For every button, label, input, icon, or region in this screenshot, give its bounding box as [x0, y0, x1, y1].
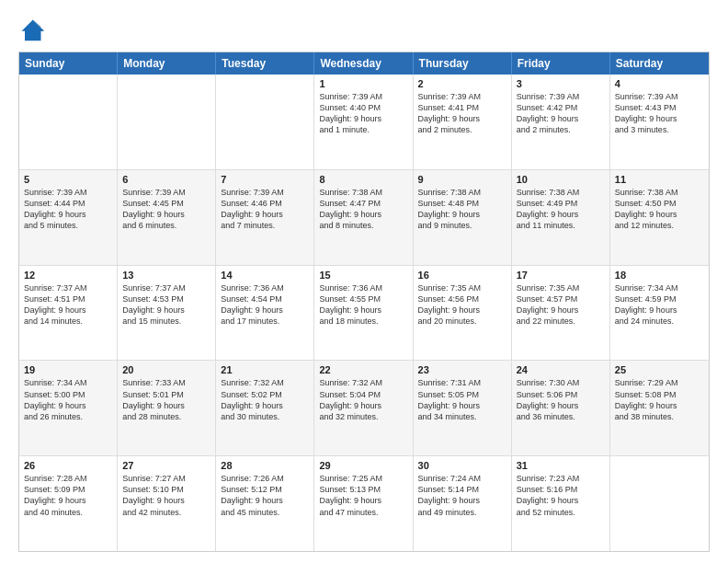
day-info: Sunrise: 7:24 AM Sunset: 5:14 PM Dayligh… — [418, 473, 506, 518]
calendar-cell: 31Sunrise: 7:23 AM Sunset: 5:16 PM Dayli… — [512, 456, 610, 551]
day-info: Sunrise: 7:36 AM Sunset: 4:54 PM Dayligh… — [221, 282, 309, 327]
calendar-cell — [216, 75, 314, 169]
day-info: Sunrise: 7:32 AM Sunset: 5:04 PM Dayligh… — [319, 377, 407, 422]
day-info: Sunrise: 7:32 AM Sunset: 5:02 PM Dayligh… — [221, 377, 309, 422]
calendar-cell: 20Sunrise: 7:33 AM Sunset: 5:01 PM Dayli… — [118, 361, 216, 455]
day-number: 1 — [319, 78, 407, 89]
day-number: 10 — [517, 174, 605, 185]
calendar-header: SundayMondayTuesdayWednesdayThursdayFrid… — [19, 52, 709, 75]
day-number: 6 — [122, 174, 210, 185]
day-number: 31 — [517, 460, 605, 471]
day-number: 9 — [418, 174, 506, 185]
day-number: 12 — [24, 270, 112, 281]
day-info: Sunrise: 7:26 AM Sunset: 5:12 PM Dayligh… — [221, 473, 309, 518]
calendar-cell: 19Sunrise: 7:34 AM Sunset: 5:00 PM Dayli… — [19, 361, 118, 455]
day-number: 11 — [615, 174, 704, 185]
calendar-cell: 13Sunrise: 7:37 AM Sunset: 4:53 PM Dayli… — [118, 266, 216, 361]
day-number: 5 — [24, 174, 112, 185]
calendar-cell: 12Sunrise: 7:37 AM Sunset: 4:51 PM Dayli… — [19, 266, 118, 361]
header-cell-saturday: Saturday — [610, 52, 709, 75]
day-number: 27 — [122, 460, 210, 471]
day-number: 4 — [615, 78, 704, 89]
day-number: 17 — [517, 270, 605, 281]
header-cell-friday: Friday — [512, 52, 610, 75]
calendar-cell: 26Sunrise: 7:28 AM Sunset: 5:09 PM Dayli… — [19, 456, 118, 551]
calendar-cell — [610, 456, 709, 551]
calendar-cell: 1Sunrise: 7:39 AM Sunset: 4:40 PM Daylig… — [314, 75, 413, 169]
calendar-cell: 25Sunrise: 7:29 AM Sunset: 5:08 PM Dayli… — [610, 361, 709, 455]
header-cell-sunday: Sunday — [19, 52, 118, 75]
day-number: 18 — [615, 270, 704, 281]
day-number: 28 — [221, 460, 309, 471]
day-number: 15 — [319, 270, 407, 281]
day-info: Sunrise: 7:38 AM Sunset: 4:48 PM Dayligh… — [418, 187, 506, 232]
day-number: 19 — [24, 364, 112, 375]
day-info: Sunrise: 7:38 AM Sunset: 4:49 PM Dayligh… — [517, 187, 605, 232]
calendar-cell: 30Sunrise: 7:24 AM Sunset: 5:14 PM Dayli… — [414, 456, 512, 551]
calendar-cell: 22Sunrise: 7:32 AM Sunset: 5:04 PM Dayli… — [314, 361, 413, 455]
calendar-cell: 27Sunrise: 7:27 AM Sunset: 5:10 PM Dayli… — [118, 456, 216, 551]
calendar-cell: 16Sunrise: 7:35 AM Sunset: 4:56 PM Dayli… — [414, 266, 512, 361]
day-info: Sunrise: 7:37 AM Sunset: 4:53 PM Dayligh… — [122, 282, 210, 327]
calendar-cell: 3Sunrise: 7:39 AM Sunset: 4:42 PM Daylig… — [512, 75, 610, 169]
calendar-cell: 6Sunrise: 7:39 AM Sunset: 4:45 PM Daylig… — [118, 170, 216, 265]
calendar-cell: 28Sunrise: 7:26 AM Sunset: 5:12 PM Dayli… — [216, 456, 314, 551]
calendar-row: 26Sunrise: 7:28 AM Sunset: 5:09 PM Dayli… — [19, 455, 709, 551]
day-number: 30 — [418, 460, 506, 471]
calendar-cell: 29Sunrise: 7:25 AM Sunset: 5:13 PM Dayli… — [314, 456, 413, 551]
calendar-body: 1Sunrise: 7:39 AM Sunset: 4:40 PM Daylig… — [19, 75, 709, 551]
day-info: Sunrise: 7:27 AM Sunset: 5:10 PM Dayligh… — [122, 473, 210, 518]
day-info: Sunrise: 7:25 AM Sunset: 5:13 PM Dayligh… — [319, 473, 407, 518]
day-number: 26 — [24, 460, 112, 471]
calendar-row: 19Sunrise: 7:34 AM Sunset: 5:00 PM Dayli… — [19, 360, 709, 455]
day-info: Sunrise: 7:35 AM Sunset: 4:56 PM Dayligh… — [418, 282, 506, 327]
svg-marker-0 — [22, 20, 45, 41]
calendar-cell: 17Sunrise: 7:35 AM Sunset: 4:57 PM Dayli… — [512, 266, 610, 361]
day-info: Sunrise: 7:34 AM Sunset: 5:00 PM Dayligh… — [24, 377, 112, 422]
header-cell-thursday: Thursday — [414, 52, 512, 75]
calendar-row: 12Sunrise: 7:37 AM Sunset: 4:51 PM Dayli… — [19, 265, 709, 361]
day-info: Sunrise: 7:38 AM Sunset: 4:47 PM Dayligh… — [319, 187, 407, 232]
calendar-cell: 21Sunrise: 7:32 AM Sunset: 5:02 PM Dayli… — [216, 361, 314, 455]
day-info: Sunrise: 7:39 AM Sunset: 4:44 PM Dayligh… — [24, 187, 112, 232]
calendar-cell: 4Sunrise: 7:39 AM Sunset: 4:43 PM Daylig… — [610, 75, 709, 169]
calendar-cell: 14Sunrise: 7:36 AM Sunset: 4:54 PM Dayli… — [216, 266, 314, 361]
day-info: Sunrise: 7:33 AM Sunset: 5:01 PM Dayligh… — [122, 377, 210, 422]
day-info: Sunrise: 7:38 AM Sunset: 4:50 PM Dayligh… — [615, 187, 704, 232]
day-info: Sunrise: 7:30 AM Sunset: 5:06 PM Dayligh… — [517, 377, 605, 422]
day-info: Sunrise: 7:23 AM Sunset: 5:16 PM Dayligh… — [517, 473, 605, 518]
calendar-cell: 7Sunrise: 7:39 AM Sunset: 4:46 PM Daylig… — [216, 170, 314, 265]
calendar-cell: 23Sunrise: 7:31 AM Sunset: 5:05 PM Dayli… — [414, 361, 512, 455]
day-number: 2 — [418, 78, 506, 89]
day-number: 22 — [319, 364, 407, 375]
day-number: 20 — [122, 364, 210, 375]
day-info: Sunrise: 7:31 AM Sunset: 5:05 PM Dayligh… — [418, 377, 506, 422]
day-number: 21 — [221, 364, 309, 375]
day-info: Sunrise: 7:39 AM Sunset: 4:45 PM Dayligh… — [122, 187, 210, 232]
day-number: 8 — [319, 174, 407, 185]
day-info: Sunrise: 7:29 AM Sunset: 5:08 PM Dayligh… — [615, 377, 704, 422]
calendar-cell: 8Sunrise: 7:38 AM Sunset: 4:47 PM Daylig… — [314, 170, 413, 265]
calendar: SundayMondayTuesdayWednesdayThursdayFrid… — [18, 52, 710, 552]
day-info: Sunrise: 7:39 AM Sunset: 4:43 PM Dayligh… — [615, 91, 704, 136]
calendar-cell — [118, 75, 216, 169]
calendar-cell: 2Sunrise: 7:39 AM Sunset: 4:41 PM Daylig… — [414, 75, 512, 169]
day-number: 7 — [221, 174, 309, 185]
calendar-cell: 5Sunrise: 7:39 AM Sunset: 4:44 PM Daylig… — [19, 170, 118, 265]
day-number: 24 — [517, 364, 605, 375]
logo-icon — [18, 17, 44, 42]
day-number: 29 — [319, 460, 407, 471]
day-info: Sunrise: 7:39 AM Sunset: 4:41 PM Dayligh… — [418, 91, 506, 136]
day-info: Sunrise: 7:34 AM Sunset: 4:59 PM Dayligh… — [615, 282, 704, 327]
calendar-cell: 9Sunrise: 7:38 AM Sunset: 4:48 PM Daylig… — [414, 170, 512, 265]
day-number: 14 — [221, 270, 309, 281]
calendar-cell: 15Sunrise: 7:36 AM Sunset: 4:55 PM Dayli… — [314, 266, 413, 361]
day-number: 25 — [615, 364, 704, 375]
day-number: 13 — [122, 270, 210, 281]
calendar-row: 1Sunrise: 7:39 AM Sunset: 4:40 PM Daylig… — [19, 75, 709, 169]
logo — [18, 17, 46, 42]
calendar-cell: 24Sunrise: 7:30 AM Sunset: 5:06 PM Dayli… — [512, 361, 610, 455]
day-number: 23 — [418, 364, 506, 375]
header — [18, 17, 710, 42]
calendar-cell — [19, 75, 118, 169]
